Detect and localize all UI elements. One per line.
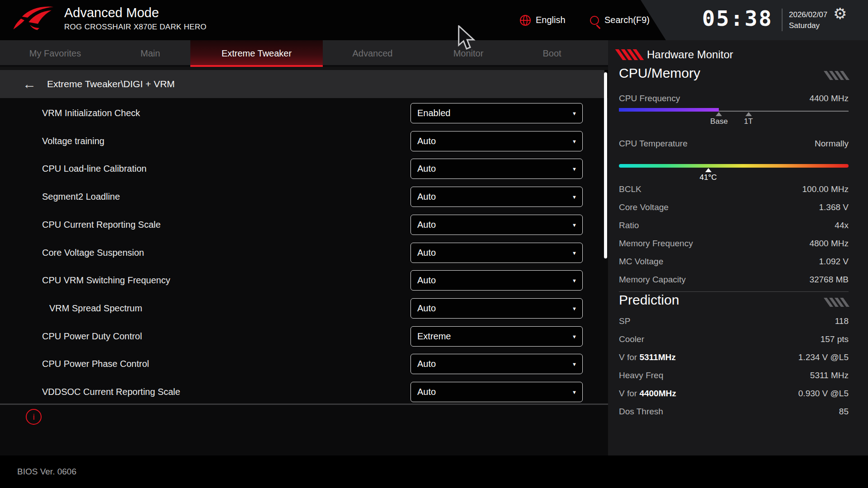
- setting-row: CPU Load-line Calibration Auto ▼: [0, 159, 608, 179]
- section-title-prediction[interactable]: Prediction: [619, 292, 679, 308]
- menu-tab[interactable]: My Favorites: [0, 40, 110, 67]
- hardware-monitor-panel: Hardware Monitor CPU/Memory CPU Frequenc…: [608, 40, 868, 455]
- setting-row: CPU Power Phase Control Auto ▼: [0, 354, 608, 374]
- info-icon[interactable]: i: [26, 409, 42, 425]
- kv-row: Cooler 157 pts: [619, 330, 849, 348]
- dropdown-value: Enabled: [417, 108, 450, 118]
- collapse-stripes-icon[interactable]: [827, 298, 846, 307]
- board-name: ROG CROSSHAIR X870E DARK HERO: [64, 23, 207, 32]
- menu-tab[interactable]: Boot: [514, 40, 590, 67]
- dropdown-value: Auto: [417, 303, 436, 314]
- hardware-monitor-header: Hardware Monitor: [619, 48, 733, 61]
- setting-row: CPU Power Duty Control Extreme ▼: [0, 326, 608, 347]
- page-title: Advanced Mode: [64, 5, 159, 20]
- setting-dropdown[interactable]: Auto ▼: [410, 354, 583, 374]
- setting-label: VRM Spread Spectrum: [49, 298, 142, 319]
- clock-panel: 05:38 2026/02/07 Saturday ⚙: [641, 0, 868, 40]
- clock-date: 2026/02/07 Saturday: [789, 9, 827, 31]
- menu-tab[interactable]: Advanced: [323, 40, 422, 67]
- setting-label: VRM Initialization Check: [42, 103, 140, 123]
- language-selector[interactable]: English: [520, 0, 566, 40]
- dropdown-value: Auto: [417, 220, 436, 230]
- divider: [0, 67, 608, 70]
- chevron-down-icon: ▼: [572, 250, 577, 256]
- chevron-down-icon: ▼: [572, 166, 577, 172]
- base-marker-label: Base: [710, 117, 728, 126]
- settings-panel: i VRM Initialization Check Enabled ▼ Vol…: [0, 98, 608, 455]
- setting-row: VRM Initialization Check Enabled ▼: [0, 103, 608, 123]
- search-button[interactable]: Search(F9): [590, 0, 650, 40]
- setting-dropdown[interactable]: Auto ▼: [410, 243, 583, 263]
- setting-dropdown[interactable]: Auto ▼: [410, 382, 583, 402]
- setting-row: Voltage training Auto ▼: [0, 131, 608, 151]
- cpu-temperature-row: CPU Temperature Normally: [619, 139, 849, 149]
- setting-dropdown[interactable]: Auto ▼: [410, 131, 583, 151]
- divider: [0, 404, 608, 405]
- kv-row: V for 5311MHz 1.234 V @L5: [619, 348, 849, 366]
- dropdown-value: Auto: [417, 164, 436, 174]
- setting-label: CPU VRM Switching Frequency: [42, 270, 170, 291]
- kv-row: V for 4400MHz 0.930 V @L5: [619, 385, 849, 403]
- dropdown-value: Auto: [417, 136, 436, 146]
- setting-row: CPU VRM Switching Frequency Auto ▼: [0, 270, 608, 291]
- date-value: 2026/02/07: [789, 9, 827, 20]
- kv-row: Memory Frequency 4800 MHz: [619, 235, 849, 253]
- kv-row: Ratio 44x: [619, 216, 849, 235]
- setting-label: Voltage training: [42, 131, 104, 151]
- menu-tab[interactable]: Main: [110, 40, 190, 67]
- setting-dropdown[interactable]: Enabled ▼: [410, 103, 583, 123]
- setting-row: CPU Current Reporting Scale Auto ▼: [0, 215, 608, 235]
- dropdown-value: Auto: [417, 387, 436, 397]
- divider: [619, 291, 849, 292]
- day-value: Saturday: [789, 20, 827, 31]
- setting-label: Segment2 Loadline: [42, 187, 120, 207]
- section-title-cpu-memory[interactable]: CPU/Memory: [619, 66, 700, 81]
- temperature-marker-icon: [705, 168, 712, 172]
- kv-row: MC Voltage 1.092 V: [619, 253, 849, 271]
- chevron-down-icon: ▼: [572, 222, 577, 228]
- setting-row: Segment2 Loadline Auto ▼: [0, 187, 608, 207]
- language-label: English: [536, 15, 566, 25]
- setting-dropdown[interactable]: Auto ▼: [410, 187, 583, 207]
- setting-dropdown[interactable]: Auto ▼: [410, 298, 583, 319]
- chevron-down-icon: ▼: [572, 334, 577, 339]
- base-marker-icon: [716, 112, 722, 116]
- setting-label: CPU Current Reporting Scale: [42, 215, 160, 235]
- setting-label: CPU Power Duty Control: [42, 326, 142, 347]
- setting-dropdown[interactable]: Auto ▼: [410, 270, 583, 291]
- setting-dropdown[interactable]: Extreme ▼: [410, 326, 583, 347]
- menu-tab[interactable]: Extreme Tweaker: [190, 40, 323, 67]
- kv-row: Heavy Freq 5311 MHz: [619, 366, 849, 385]
- cpu-frequency-row: CPU Frequency 4400 MHz: [619, 94, 849, 103]
- setting-dropdown[interactable]: Auto ▼: [410, 159, 583, 179]
- dropdown-value: Auto: [417, 248, 436, 258]
- cpu-memory-stats: BCLK 100.00 MHz Core Voltage 1.368 V Rat…: [619, 180, 849, 289]
- back-arrow-icon[interactable]: ←: [23, 77, 36, 91]
- setting-label: CPU Power Phase Control: [42, 354, 149, 374]
- kv-row: BCLK 100.00 MHz: [619, 180, 849, 198]
- setting-label: Core Voltage Suspension: [42, 243, 144, 263]
- menu-tab[interactable]: Monitor: [422, 40, 514, 67]
- chevron-down-icon: ▼: [572, 278, 577, 283]
- scrollbar-thumb[interactable]: [604, 72, 607, 258]
- bar-gradient: [619, 164, 849, 168]
- divider: [782, 9, 783, 31]
- dropdown-value: Auto: [417, 192, 436, 202]
- cpu-temperature-label: CPU Temperature: [619, 139, 688, 149]
- 1t-marker-icon: [745, 112, 752, 116]
- chevron-down-icon: ▼: [572, 194, 577, 200]
- main-menu-tabbar: My FavoritesMainExtreme TweakerAdvancedM…: [0, 40, 608, 67]
- collapse-stripes-icon[interactable]: [827, 71, 846, 80]
- breadcrumb-path: Extreme Tweaker\DIGI + VRM: [47, 79, 175, 89]
- clock-time: 05:38: [702, 6, 773, 31]
- dropdown-value: Auto: [417, 359, 436, 369]
- kv-row: Core Voltage 1.368 V: [619, 198, 849, 216]
- chevron-down-icon: ▼: [572, 361, 577, 367]
- hardware-monitor-title: Hardware Monitor: [647, 48, 733, 61]
- footer-bar: BIOS Ver. 0606: [0, 455, 868, 488]
- gear-icon[interactable]: ⚙: [833, 5, 847, 23]
- cpu-frequency-value: 4400 MHz: [809, 94, 849, 103]
- cpu-frequency-bar: Base 1T: [619, 108, 849, 112]
- setting-dropdown[interactable]: Auto ▼: [410, 215, 583, 235]
- dropdown-value: Auto: [417, 275, 436, 286]
